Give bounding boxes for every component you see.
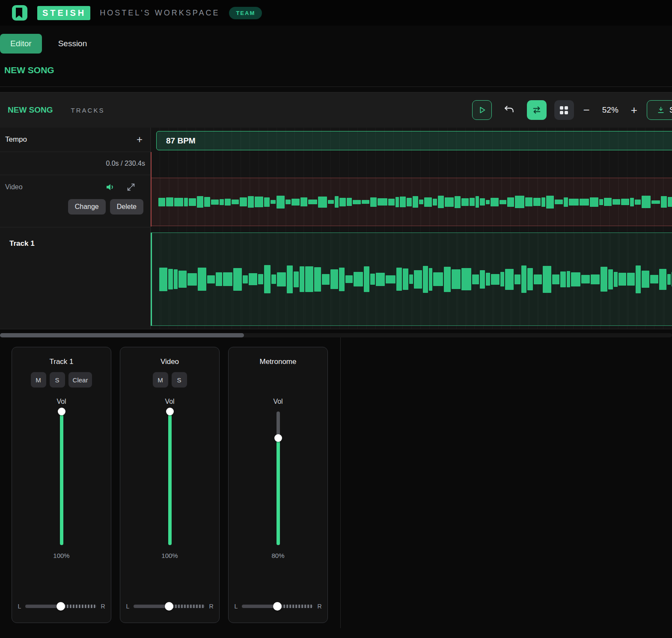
play-icon [477,105,487,115]
zoom-level: 52% [599,105,621,115]
horizontal-scrollbar [0,333,672,337]
channel-title: Metronome [260,358,297,366]
pan-left-label: L [235,603,238,610]
playhead[interactable] [151,152,152,227]
pan-slider[interactable] [25,605,96,608]
editor-panel: NEW SONG TRACKS − 52% + [0,92,672,329]
timeline-lane: 87 BPM [151,128,672,329]
track1-label: Track 1 [0,227,150,248]
volume-slider-fill [168,411,172,545]
mixer-channel-track1: Track 1 M S Clear Vol 100% L R [12,347,111,623]
toolbar-tracks-label: TRACKS [71,107,105,114]
expand-icon[interactable] [126,182,136,192]
change-video-button[interactable]: Change [68,199,106,215]
delete-video-button[interactable]: Delete [110,199,143,215]
zoom-in-button[interactable]: + [629,104,639,117]
volume-label: Vol [165,398,174,405]
volume-slider-thumb[interactable] [166,408,174,415]
page-title: NEW SONG [0,55,672,87]
video-track-label: Video [5,183,105,191]
pan-slider-thumb[interactable] [165,602,173,611]
volume-slider[interactable] [168,411,172,545]
pan-slider[interactable] [242,605,313,608]
play-button[interactable] [472,100,492,120]
mixer-channel-metronome: Metronome Vol 80% L R [228,347,328,623]
top-header: STEISH HOSTEL'S WORKSPACE TEAM [0,0,672,26]
bpm-value: 87 BPM [166,136,196,146]
time-display: 0.0s / 230.4s [0,152,150,175]
mute-button[interactable]: M [153,372,168,388]
volume-percent: 100% [53,552,69,559]
pan-slider-thumb[interactable] [273,602,282,611]
app-page: STEISH HOSTEL'S WORKSPACE TEAM Editor Se… [0,0,672,638]
tab-editor[interactable]: Editor [0,34,42,54]
volume-slider-thumb[interactable] [58,408,65,415]
view-tabs: Editor Session [0,33,672,55]
add-tempo-button[interactable]: + [137,134,143,146]
team-badge: TEAM [229,7,262,19]
volume-slider-thumb[interactable] [274,434,282,442]
volume-slider[interactable] [60,411,63,545]
pan-left-label: L [18,603,21,610]
grid-view-button[interactable] [554,100,574,120]
undo-button[interactable] [500,100,519,120]
volume-percent: 100% [161,552,178,559]
grid-icon [560,106,568,114]
tempo-label: Tempo [5,135,27,144]
tempo-row: Tempo + [0,128,150,152]
app-logo-icon [12,5,28,21]
video-track-header: Video Change Delete [0,175,150,227]
download-icon [657,106,665,114]
pan-control: L R [126,603,214,610]
mixer-divider [340,337,341,628]
app-logo-text: STEISH [37,6,90,20]
track-sidebar: Tempo + 0.0s / 230.4s Video Change Dele [0,128,151,329]
track1-waveform [152,233,672,325]
mute-button[interactable]: M [31,372,46,388]
save-button[interactable]: Save [647,100,672,120]
workspace-name: HOSTEL'S WORKSPACE [100,9,220,18]
pan-slider[interactable] [134,605,205,608]
volume-slider[interactable] [277,411,280,545]
video-clip[interactable] [151,178,672,226]
pan-right-label: R [317,603,321,610]
speaker-icon[interactable] [105,182,115,192]
volume-label: Vol [56,398,66,405]
mixer-section: Track 1 M S Clear Vol 100% L R [0,337,672,623]
pan-control: L R [235,603,322,610]
volume-label: Vol [273,398,282,405]
undo-icon [504,104,515,116]
horizontal-scrollbar-thumb[interactable] [0,333,244,337]
channel-title: Video [161,358,179,366]
pan-left-label: L [126,603,130,610]
clear-button[interactable]: Clear [68,372,92,388]
zoom-out-button[interactable]: − [582,104,592,117]
loop-button[interactable] [527,100,547,120]
volume-slider-fill [60,411,63,545]
pan-right-label: R [209,603,213,610]
solo-button[interactable]: S [50,372,65,388]
loop-icon [532,105,541,115]
video-waveform [151,178,672,226]
volume-percent: 80% [271,552,284,559]
toolbar-song-title: NEW SONG [8,105,53,115]
save-button-label: Save [669,106,672,115]
pan-slider-thumb[interactable] [56,602,65,611]
tempo-clip[interactable]: 87 BPM [156,131,672,150]
volume-slider-fill [277,438,280,545]
pan-control: L R [18,603,105,610]
track1-clip[interactable] [151,233,672,326]
pan-right-label: R [101,603,105,610]
editor-toolbar: NEW SONG TRACKS − 52% + [0,92,672,128]
mixer-channel-video: Video M S Vol 100% L R [120,347,220,623]
solo-button[interactable]: S [172,372,187,388]
tab-session[interactable]: Session [58,39,87,48]
channel-title: Track 1 [49,358,73,366]
timeline: Tempo + 0.0s / 230.4s Video Change Dele [0,128,672,329]
